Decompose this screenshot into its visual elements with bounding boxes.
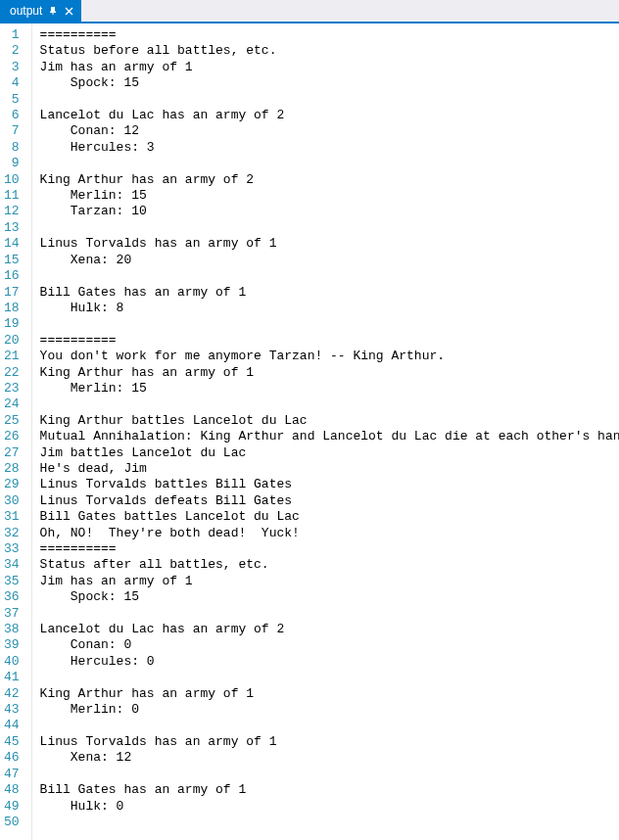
output-line: Lancelot du Lac has an army of 2	[40, 622, 619, 637]
line-number: 3	[4, 60, 20, 75]
line-number: 19	[4, 316, 20, 332]
line-number: 28	[4, 461, 20, 477]
line-number: 32	[4, 526, 20, 541]
line-number: 5	[4, 92, 20, 108]
line-number: 23	[4, 381, 20, 397]
line-number: 35	[4, 574, 20, 589]
editor-area: 1234567891011121314151617181920212223242…	[0, 23, 619, 840]
output-line: Merlin: 15	[40, 188, 619, 204]
output-line	[40, 606, 619, 622]
line-number: 31	[4, 509, 20, 525]
line-number-gutter: 1234567891011121314151617181920212223242…	[0, 23, 32, 840]
output-line	[40, 718, 619, 733]
line-number: 38	[4, 622, 20, 637]
line-number: 43	[4, 702, 20, 718]
output-line: Bill Gates has an army of 1	[40, 285, 619, 301]
line-number: 8	[4, 140, 20, 156]
line-number: 2	[4, 43, 20, 59]
output-line: Merlin: 15	[40, 381, 619, 397]
output-line: Hulk: 8	[40, 301, 619, 316]
line-number: 21	[4, 349, 20, 364]
line-number: 39	[4, 637, 20, 653]
line-number: 25	[4, 413, 20, 429]
line-number: 14	[4, 236, 20, 252]
line-number: 10	[4, 172, 20, 188]
line-number: 26	[4, 429, 20, 444]
line-number: 6	[4, 108, 20, 123]
tab-output[interactable]: output	[0, 0, 81, 22]
line-number: 1	[4, 27, 20, 43]
output-line: Merlin: 0	[40, 702, 619, 718]
output-line: You don't work for me anymore Tarzan! --…	[40, 349, 619, 364]
output-line	[40, 156, 619, 171]
line-number: 41	[4, 670, 20, 685]
line-number: 24	[4, 397, 20, 412]
output-line: Linus Torvalds has an army of 1	[40, 734, 619, 750]
output-line	[40, 316, 619, 332]
line-number: 16	[4, 268, 20, 284]
line-number: 42	[4, 686, 20, 702]
line-number: 9	[4, 156, 20, 171]
line-number: 4	[4, 75, 20, 91]
pin-icon[interactable]	[48, 6, 58, 16]
output-line: Hercules: 3	[40, 140, 619, 156]
line-number: 30	[4, 493, 20, 509]
output-line: Tarzan: 10	[40, 204, 619, 219]
close-icon[interactable]	[64, 6, 73, 16]
tab-title: output	[10, 4, 42, 18]
line-number: 34	[4, 557, 20, 573]
line-number: 45	[4, 734, 20, 750]
output-line: King Arthur battles Lancelot du Lac	[40, 413, 619, 429]
line-number: 36	[4, 589, 20, 605]
line-number: 44	[4, 718, 20, 733]
output-line	[40, 815, 619, 830]
output-line: Status before all battles, etc.	[40, 43, 619, 59]
line-number: 49	[4, 799, 20, 815]
output-line: Jim has an army of 1	[40, 574, 619, 589]
output-line: Bill Gates has an army of 1	[40, 782, 619, 798]
line-number: 18	[4, 301, 20, 316]
output-line: Jim has an army of 1	[40, 60, 619, 75]
output-line: Hercules: 0	[40, 654, 619, 670]
output-line	[40, 397, 619, 412]
line-number: 17	[4, 285, 20, 301]
line-number: 46	[4, 750, 20, 766]
output-line	[40, 670, 619, 685]
output-line: Oh, NO! They're both dead! Yuck!	[40, 526, 619, 541]
output-line: ==========	[40, 541, 619, 557]
output-line	[40, 767, 619, 782]
output-line: King Arthur has an army of 1	[40, 686, 619, 702]
line-number: 7	[4, 123, 20, 139]
output-line: He's dead, Jim	[40, 461, 619, 477]
output-line: Status after all battles, etc.	[40, 557, 619, 573]
line-number: 11	[4, 188, 20, 204]
output-line: Spock: 15	[40, 589, 619, 605]
line-number: 20	[4, 333, 20, 349]
output-line: Linus Torvalds defeats Bill Gates	[40, 493, 619, 509]
line-number: 48	[4, 782, 20, 798]
output-line: King Arthur has an army of 2	[40, 172, 619, 188]
output-line: Hulk: 0	[40, 799, 619, 815]
output-line: ==========	[40, 333, 619, 349]
line-number: 50	[4, 815, 20, 830]
output-line: ==========	[40, 27, 619, 43]
line-number: 47	[4, 767, 20, 782]
line-number: 40	[4, 654, 20, 670]
output-content[interactable]: ==========Status before all battles, etc…	[32, 23, 619, 840]
line-number: 37	[4, 606, 20, 622]
output-line: Spock: 15	[40, 75, 619, 91]
line-number: 22	[4, 365, 20, 381]
output-line: Conan: 0	[40, 637, 619, 653]
output-line: Mutual Annihalation: King Arthur and Lan…	[40, 429, 619, 444]
line-number: 27	[4, 445, 20, 461]
output-line: Linus Torvalds battles Bill Gates	[40, 477, 619, 492]
output-line	[40, 268, 619, 284]
line-number: 15	[4, 253, 20, 268]
tab-bar: output	[0, 0, 619, 23]
output-line	[40, 92, 619, 108]
output-line: Linus Torvalds has an army of 1	[40, 236, 619, 252]
output-line: Xena: 12	[40, 750, 619, 766]
output-line: Xena: 20	[40, 253, 619, 268]
line-number: 13	[4, 220, 20, 236]
line-number: 12	[4, 204, 20, 219]
